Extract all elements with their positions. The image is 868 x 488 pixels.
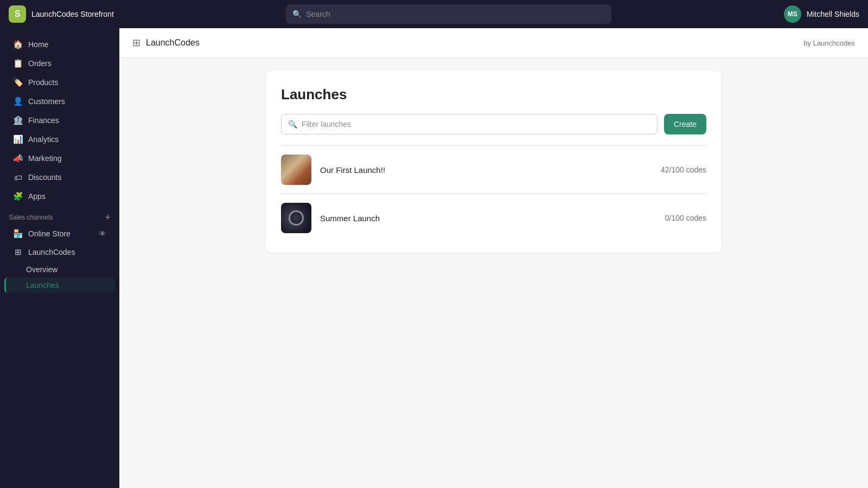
search-bar[interactable]: 🔍 (286, 4, 611, 24)
sales-channels-label: Sales channels + (0, 206, 119, 224)
analytics-label: Analytics (28, 135, 59, 144)
launchcodes-icon: ⊞ (13, 247, 23, 257)
launch-codes-1: 42/100 codes (661, 165, 706, 174)
page-by-label: by Launchcodes (803, 39, 855, 47)
discounts-label: Discounts (28, 173, 61, 182)
filter-row: 🔍 Create (281, 114, 706, 134)
apps-icon: 🧩 (13, 191, 23, 201)
eye-icon[interactable]: 👁 (99, 229, 106, 238)
customers-icon: 👤 (13, 97, 23, 106)
sidebar-subitem-overview[interactable]: Overview (4, 262, 115, 277)
sidebar-item-customers[interactable]: 👤 Customers (4, 92, 115, 111)
launch-item[interactable]: Summer Launch 0/100 codes (281, 194, 706, 242)
apps-label: Apps (28, 192, 46, 201)
discounts-icon: 🏷 (13, 172, 23, 182)
products-icon: 🏷️ (13, 78, 23, 87)
launch-codes-2: 0/100 codes (665, 214, 706, 222)
add-sales-channel-button[interactable]: + (105, 213, 111, 222)
sidebar-item-discounts[interactable]: 🏷 Discounts (4, 168, 115, 187)
topbar-right: MS Mitchell Shields (784, 5, 859, 23)
card-title: Launches (281, 86, 706, 103)
sidebar-item-apps[interactable]: 🧩 Apps (4, 187, 115, 206)
finances-icon: 🏦 (13, 115, 23, 125)
search-icon: 🔍 (292, 10, 302, 18)
online-store-icon: 🏪 (13, 229, 23, 239)
page-header-icon: ⊞ (132, 37, 141, 49)
marketing-icon: 📣 (13, 153, 23, 163)
search-input[interactable] (306, 10, 605, 18)
launch-list: Our First Launch!! 42/100 codes Summer L… (281, 145, 706, 242)
sidebar-item-online-store[interactable]: 🏪 Online Store 👁 (4, 225, 115, 242)
layout: 🏠 Home 📋 Orders 🏷️ Products 👤 Customers … (0, 28, 868, 488)
topbar: S LaunchCodes Storefront 🔍 MS Mitchell S… (0, 0, 868, 28)
sidebar-item-home[interactable]: 🏠 Home (4, 35, 115, 54)
filter-input-wrapper[interactable]: 🔍 (281, 114, 658, 134)
launch-name-2: Summer Launch (320, 214, 380, 223)
sidebar: 🏠 Home 📋 Orders 🏷️ Products 👤 Customers … (0, 28, 119, 488)
avatar: MS (784, 5, 801, 23)
launch-item[interactable]: Our First Launch!! 42/100 codes (281, 145, 706, 194)
launches-card: Launches 🔍 Create Our First Laun (266, 71, 722, 253)
launches-label: Launches (26, 281, 59, 290)
store-name: LaunchCodes Storefront (31, 10, 114, 18)
filter-search-icon: 🔍 (288, 120, 297, 129)
overview-label: Overview (26, 265, 58, 274)
online-store-label: Online Store (28, 229, 71, 238)
sidebar-item-finances[interactable]: 🏦 Finances (4, 111, 115, 130)
products-label: Products (28, 78, 58, 87)
sidebar-item-marketing[interactable]: 📣 Marketing (4, 149, 115, 168)
launch-thumbnail-1 (281, 155, 311, 185)
orders-label: Orders (28, 59, 52, 68)
sidebar-item-orders[interactable]: 📋 Orders (4, 54, 115, 73)
sidebar-item-products[interactable]: 🏷️ Products (4, 73, 115, 92)
user-name: Mitchell Shields (807, 10, 859, 18)
filter-launches-input[interactable] (302, 120, 650, 129)
create-button[interactable]: Create (664, 114, 706, 134)
analytics-icon: 📊 (13, 134, 23, 144)
customers-label: Customers (28, 97, 65, 106)
topbar-left: S LaunchCodes Storefront (9, 5, 114, 23)
home-icon: 🏠 (13, 40, 23, 49)
launch-thumbnail-2 (281, 203, 311, 233)
main-content: ⊞ LaunchCodes by Launchcodes Launches 🔍 … (119, 28, 868, 488)
finances-label: Finances (28, 116, 59, 125)
shopify-logo: S (9, 5, 26, 23)
launch-name-1: Our First Launch!! (320, 165, 385, 175)
home-label: Home (28, 40, 48, 49)
orders-icon: 📋 (13, 59, 23, 68)
sidebar-item-analytics[interactable]: 📊 Analytics (4, 130, 115, 149)
marketing-label: Marketing (28, 154, 61, 163)
launchcodes-label: LaunchCodes (28, 248, 75, 256)
sidebar-item-launchcodes[interactable]: ⊞ LaunchCodes (4, 243, 115, 261)
page-header: ⊞ LaunchCodes by Launchcodes (119, 28, 868, 58)
page-header-title: LaunchCodes (146, 38, 200, 48)
sidebar-subitem-launches[interactable]: Launches (4, 278, 115, 293)
